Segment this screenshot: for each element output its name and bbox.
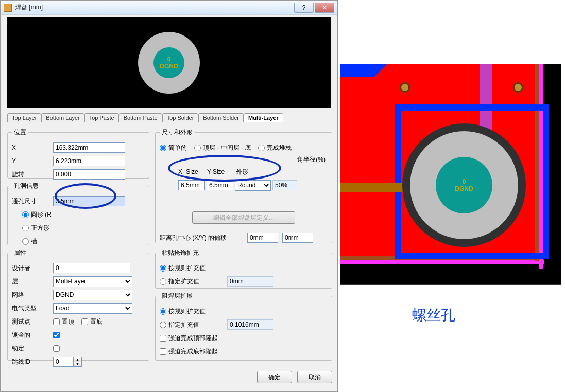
- mode-full-radio[interactable]: [258, 145, 265, 151]
- preview-designator: 0: [167, 56, 171, 63]
- paste-mask-group: 粘贴掩饰扩充 按规则扩充值 指定扩充值: [155, 248, 332, 289]
- help-button[interactable]: ?: [294, 3, 314, 13]
- electype-label: 电气类型: [12, 304, 53, 313]
- corner-radius-label: 角半径(%): [160, 155, 328, 164]
- net-select[interactable]: DGND: [53, 290, 132, 300]
- jumper-label: 跳线ID: [12, 358, 53, 366]
- force-bottom-tent-check[interactable]: [160, 348, 166, 355]
- tab-top-layer[interactable]: Top Layer: [7, 113, 41, 122]
- paste-specify[interactable]: 指定扩充值: [160, 277, 199, 286]
- tab-top-paste[interactable]: Top Paste: [84, 113, 119, 122]
- tab-bottom-layer[interactable]: Bottom Layer: [41, 113, 84, 122]
- hole-shape-round-radio[interactable]: [22, 211, 29, 218]
- paste-specify-radio[interactable]: [160, 278, 166, 285]
- pcb-pad-net: DGND: [455, 185, 473, 192]
- hole-shape-slot[interactable]: 槽: [22, 237, 37, 246]
- mask-byrule[interactable]: 按规则扩充值: [160, 307, 206, 316]
- close-button[interactable]: ✕: [315, 3, 334, 13]
- electype-select[interactable]: Load: [53, 303, 132, 314]
- mode-simple-radio[interactable]: [160, 145, 166, 151]
- tab-multi-layer[interactable]: Multi-Layer: [244, 113, 283, 122]
- plated-label: 镀金的: [12, 331, 53, 340]
- attributes-legend: 属性: [12, 248, 28, 257]
- jumper-input[interactable]: [53, 357, 74, 367]
- shape-select[interactable]: Round: [235, 180, 271, 191]
- pcb-preview: ND 0 DGND: [340, 64, 561, 285]
- size-shape-group: 尺寸和外形 简单的 顶层 - 中间层 - 底 完成堆栈 角半径(%) X- Si…: [155, 128, 332, 243]
- hole-shape-square-radio[interactable]: [22, 225, 29, 231]
- force-bottom-tent[interactable]: 强迫完成底部隆起: [160, 347, 218, 356]
- mask-specify[interactable]: 指定扩充值: [160, 320, 199, 329]
- ysize-input[interactable]: [207, 180, 233, 190]
- hole-size-input[interactable]: [53, 196, 125, 206]
- pad-dialog: 焊盘 [mm] ? ✕ 0 DGND Top Layer Bottom Laye…: [0, 0, 338, 392]
- jumper-down-icon[interactable]: ▼: [74, 362, 81, 366]
- offset-label: 距离孔中心 (X/Y) 的偏移: [160, 234, 247, 242]
- mask-specify-radio[interactable]: [160, 322, 166, 328]
- xsize-input[interactable]: [178, 180, 205, 190]
- layer-tabs: Top Layer Bottom Layer Top Paste Bottom …: [7, 111, 331, 122]
- net-label: 网络: [12, 291, 53, 299]
- ok-button[interactable]: 确定: [257, 371, 292, 383]
- designer-input[interactable]: [53, 263, 130, 273]
- pad-outer-ring: 0 DGND: [138, 32, 200, 94]
- x-label: X: [12, 144, 53, 151]
- testpoint-label: 测试点: [12, 317, 53, 326]
- hole-shape-slot-radio[interactable]: [22, 238, 29, 245]
- offset-y-input[interactable]: [282, 233, 313, 243]
- hole-size-label: 通孔尺寸: [12, 197, 53, 206]
- jumper-up-icon[interactable]: ▲: [74, 357, 81, 362]
- mask-byrule-radio[interactable]: [160, 308, 166, 315]
- designer-label: 设计者: [12, 264, 53, 273]
- force-top-tent[interactable]: 强迫完成顶部隆起: [160, 334, 218, 343]
- size-shape-legend: 尺寸和外形: [160, 128, 195, 137]
- tab-bottom-solder[interactable]: Bottom Solder: [198, 113, 244, 122]
- pad-preview: 0 DGND: [7, 17, 331, 108]
- testpoint-top[interactable]: 置顶: [53, 317, 74, 326]
- pcb-pad-designator: 0: [463, 178, 466, 185]
- ysize-header: Y-Size: [207, 168, 236, 175]
- offset-x-input[interactable]: [247, 233, 278, 243]
- paste-byrule[interactable]: 按规则扩充值: [160, 264, 206, 273]
- solder-mask-legend: 阻焊层扩展: [160, 292, 195, 300]
- hole-shape-square[interactable]: 正方形: [22, 224, 49, 233]
- annotation-caption: 螺丝孔: [412, 306, 455, 325]
- tab-top-solder[interactable]: Top Solder: [162, 113, 199, 122]
- paste-mask-legend: 粘贴掩饰扩充: [160, 248, 201, 257]
- paste-value-input: [227, 276, 273, 287]
- plated-check[interactable]: [53, 332, 60, 338]
- rotation-label: 旋转: [12, 170, 53, 179]
- locked-label: 锁定: [12, 344, 53, 353]
- paste-byrule-radio[interactable]: [160, 265, 166, 272]
- attributes-group: 属性 设计者 层 Multi-Layer 网络 DGND 电气类型 Load 测…: [7, 248, 149, 361]
- testpoint-top-check[interactable]: [53, 318, 60, 325]
- hole-legend: 孔洞信息: [12, 182, 41, 190]
- solder-mask-group: 阻焊层扩展 按规则扩充值 指定扩充值 强迫完成顶部隆起 强迫完成底部隆起: [155, 292, 332, 361]
- mode-full[interactable]: 完成堆栈: [258, 144, 292, 152]
- window-title: 焊盘 [mm]: [15, 3, 43, 12]
- hole-shape-round[interactable]: 圆形 (R: [22, 210, 52, 219]
- app-icon: [4, 4, 12, 12]
- mask-value-input: [227, 319, 273, 330]
- jumper-spinner[interactable]: ▲▼: [53, 357, 82, 367]
- pad-inner-circle: 0 DGND: [153, 47, 184, 78]
- corner-radius-input: [272, 180, 297, 190]
- locked-check[interactable]: [53, 345, 60, 352]
- layer-label: 层: [12, 277, 53, 286]
- x-input[interactable]: [53, 142, 125, 153]
- position-legend: 位置: [12, 128, 28, 137]
- y-input[interactable]: [53, 156, 125, 166]
- testpoint-bottom[interactable]: 置底: [81, 317, 102, 326]
- tab-bottom-paste[interactable]: Bottom Paste: [119, 113, 162, 122]
- mode-simple[interactable]: 简单的: [160, 144, 187, 152]
- position-group: 位置 X Y 旋转: [7, 128, 149, 179]
- mode-tml[interactable]: 顶层 - 中间层 - 底: [194, 144, 251, 152]
- rotation-input[interactable]: [53, 169, 125, 180]
- testpoint-bottom-check[interactable]: [81, 318, 88, 325]
- mode-tml-radio[interactable]: [194, 145, 201, 151]
- shape-header: 外形: [236, 168, 267, 176]
- layer-select[interactable]: Multi-Layer: [53, 276, 132, 287]
- force-top-tent-check[interactable]: [160, 335, 166, 342]
- cancel-button[interactable]: 取消: [297, 371, 332, 383]
- preview-net: DGND: [160, 63, 178, 70]
